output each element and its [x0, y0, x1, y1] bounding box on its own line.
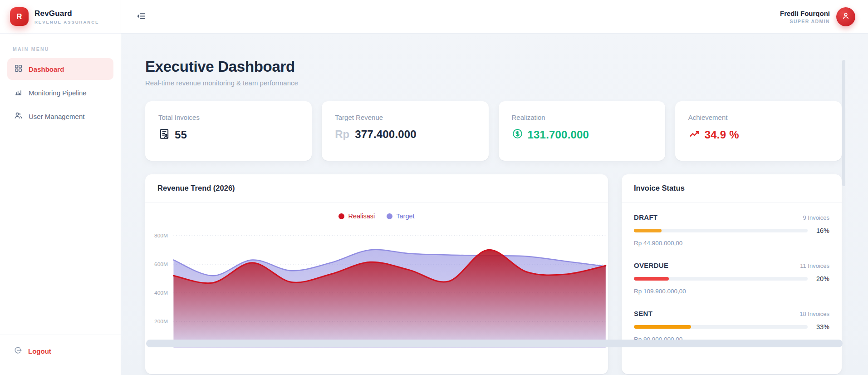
stat-card-total-invoices: Total Invoices 55 — [145, 101, 312, 161]
content-area: Executive Dashboard Real-time revenue mo… — [121, 34, 868, 375]
svg-text:600M: 600M — [154, 261, 168, 267]
legend-dot-realisasi — [338, 213, 344, 219]
progress-fill — [634, 229, 662, 232]
logout-button[interactable]: Logout — [14, 346, 107, 356]
brand-logo: R — [10, 7, 29, 26]
stat-label: Total Invoices — [158, 113, 299, 121]
invoice-count: 18 Invoices — [799, 311, 829, 317]
stat-value: 55 — [175, 128, 187, 141]
main-area: Fredli Fourqoni SUPER ADMIN Executive Da… — [121, 0, 868, 375]
user-role: SUPER ADMIN — [780, 19, 830, 24]
invoice-status-list: DRAFT 9 Invoices 16% Rp 44.900.000,00 — [622, 202, 842, 343]
stat-card-target-revenue: Target Revenue Rp 377.400.000 — [322, 101, 488, 161]
stat-value: 377.400.000 — [355, 128, 417, 141]
stat-value: 131.700.000 — [528, 128, 589, 141]
chart-legend: Realisasi Target — [145, 212, 608, 220]
stat-card-realization: Realization 131.700.000 — [499, 101, 665, 161]
chart-title: Revenue Trend (2026) — [157, 184, 596, 192]
amount-label: Rp 44.900.000,00 — [634, 240, 829, 247]
vertical-scrollbar[interactable] — [842, 60, 845, 186]
chart-card-header: Revenue Trend (2026) — [145, 174, 608, 202]
percent-label: 33% — [814, 323, 829, 331]
collapse-sidebar-icon — [137, 11, 146, 22]
brand: R RevGuard REVENUE ASSURANCE — [0, 0, 121, 34]
svg-text:200M: 200M — [154, 318, 168, 324]
logout-section: Logout — [0, 335, 121, 375]
app-root: R RevGuard REVENUE ASSURANCE MAIN MENU D… — [0, 0, 868, 375]
percent-label: 16% — [814, 227, 829, 234]
sidebar-menu: MAIN MENU Dashboard Monitoring Pipeline — [0, 34, 121, 335]
brand-logo-letter: R — [16, 12, 22, 21]
top-bar: Fredli Fourqoni SUPER ADMIN — [121, 0, 868, 34]
legend-label: Target — [396, 212, 414, 220]
avatar[interactable] — [836, 7, 855, 26]
progress-fill — [634, 325, 691, 329]
stat-card-achievement: Achievement 34.9 % — [675, 101, 842, 161]
logout-label: Logout — [28, 347, 51, 355]
dollar-circle-icon — [512, 128, 523, 141]
invoice-file-icon — [158, 128, 170, 142]
amount-label: Rp 109.900.000,00 — [634, 288, 829, 295]
user-text: Fredli Fourqoni SUPER ADMIN — [780, 10, 830, 24]
sidebar-collapse-button[interactable] — [134, 9, 149, 25]
stat-label: Realization — [512, 113, 652, 121]
horizontal-scrollbar[interactable] — [146, 340, 843, 347]
brand-name: RevGuard — [34, 9, 99, 18]
brand-text: RevGuard REVENUE ASSURANCE — [34, 9, 99, 25]
stat-value: 34.9 % — [705, 128, 739, 141]
invoice-count: 11 Invoices — [800, 262, 829, 269]
invoice-count: 9 Invoices — [803, 214, 829, 221]
revenue-trend-chart[interactable]: 800M600M400M200M — [145, 224, 608, 348]
trend-up-icon — [688, 128, 700, 142]
legend-item-realisasi[interactable]: Realisasi — [338, 212, 375, 220]
sidebar-item-user-management[interactable]: User Management — [7, 105, 113, 127]
legend-item-target[interactable]: Target — [387, 212, 414, 220]
percent-label: 20% — [814, 275, 829, 282]
legend-label: Realisasi — [348, 212, 375, 220]
sidebar: R RevGuard REVENUE ASSURANCE MAIN MENU D… — [0, 0, 121, 375]
stat-label: Achievement — [688, 113, 829, 121]
invoice-status-item-sent: SENT 18 Invoices 33% Rp 90.900.000,00 — [634, 310, 829, 343]
sidebar-item-label: Monitoring Pipeline — [29, 89, 87, 97]
user-box[interactable]: Fredli Fourqoni SUPER ADMIN — [780, 7, 855, 26]
user-name: Fredli Fourqoni — [780, 10, 830, 17]
person-icon — [841, 11, 850, 22]
stat-cards-row: Total Invoices 55 Target Reven — [145, 101, 842, 161]
legend-dot-target — [387, 213, 392, 219]
invoice-status-item-draft: DRAFT 9 Invoices 16% Rp 44.900.000,00 — [634, 213, 829, 247]
page-subtitle: Real-time revenue monitoring & team perf… — [145, 79, 842, 87]
currency-prefix: Rp — [335, 128, 349, 141]
invoice-status-title: Invoice Status — [634, 184, 829, 192]
chart-body: Realisasi Target 800M600M400M200M — [145, 202, 608, 374]
progress-track — [634, 277, 808, 281]
grid-icon — [14, 64, 23, 74]
status-label: OVERDUE — [634, 262, 668, 269]
progress-track — [634, 325, 808, 329]
svg-text:400M: 400M — [154, 290, 168, 296]
progress-fill — [634, 277, 669, 281]
svg-text:800M: 800M — [154, 232, 168, 238]
logout-icon — [14, 346, 22, 356]
brand-tagline: REVENUE ASSURANCE — [34, 20, 99, 25]
sidebar-item-label: Dashboard — [29, 65, 64, 73]
stat-label: Target Revenue — [335, 113, 475, 121]
invoice-card-header: Invoice Status — [622, 174, 842, 202]
bar-chart-icon — [14, 88, 23, 98]
status-label: SENT — [634, 310, 652, 317]
page-title: Executive Dashboard — [145, 58, 842, 75]
sidebar-item-label: User Management — [29, 113, 84, 120]
status-label: DRAFT — [634, 213, 657, 221]
sidebar-item-monitoring-pipeline[interactable]: Monitoring Pipeline — [7, 82, 113, 104]
users-icon — [14, 111, 23, 121]
sidebar-item-dashboard[interactable]: Dashboard — [7, 58, 113, 80]
invoice-status-item-overdue: OVERDUE 11 Invoices 20% Rp 109.900.000,0… — [634, 262, 829, 295]
progress-track — [634, 229, 808, 232]
menu-section-label: MAIN MENU — [7, 42, 113, 58]
